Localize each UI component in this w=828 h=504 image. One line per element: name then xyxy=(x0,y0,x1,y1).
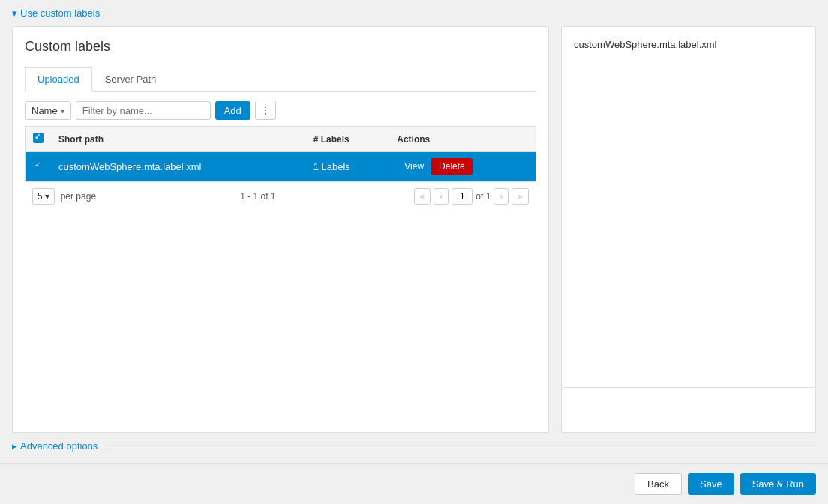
tab-uploaded[interactable]: Uploaded xyxy=(25,67,92,92)
name-dropdown-chevron-icon: ▾ xyxy=(61,106,64,115)
tabs-container: Uploaded Server Path xyxy=(25,67,536,92)
col-header-actions: Actions xyxy=(389,127,536,152)
footer: Back Save Save & Run xyxy=(0,464,828,504)
use-custom-labels-section: Use custom labels xyxy=(0,0,828,26)
select-all-checkbox[interactable] xyxy=(33,133,44,143)
save-and-run-button[interactable]: Save & Run xyxy=(740,473,816,495)
pagination-first-button[interactable]: « xyxy=(414,188,431,205)
save-button[interactable]: Save xyxy=(688,473,734,495)
row-actions-cell: View Delete xyxy=(389,152,536,182)
delete-button[interactable]: Delete xyxy=(431,158,472,175)
right-panel-top: customWebSphere.mta.label.xml xyxy=(561,26,816,388)
chevron-down-icon xyxy=(12,8,17,19)
col-header-short-path: Short path xyxy=(51,127,306,152)
tab-server-path[interactable]: Server Path xyxy=(92,67,170,92)
pagination-row: 5 ▾ per page 1 - 1 of 1 « ‹ of 1 › » xyxy=(25,182,536,211)
data-table: Short path # Labels Actions customWebSph… xyxy=(25,126,536,182)
pagination-prev-button[interactable]: ‹ xyxy=(434,188,448,205)
main-content: Custom labels Uploaded Server Path Name … xyxy=(0,26,828,433)
table-row: customWebSphere.mta.label.xml 1 Labels V… xyxy=(26,152,536,182)
advanced-options-label: Advanced options xyxy=(20,440,98,452)
kebab-menu-button[interactable]: ⋮ xyxy=(255,100,276,120)
divider-line xyxy=(106,13,816,14)
row-short-path: customWebSphere.mta.label.xml xyxy=(51,152,306,182)
panel-title: Custom labels xyxy=(25,39,536,55)
per-page-value: 5 xyxy=(38,191,43,202)
left-panel: Custom labels Uploaded Server Path Name … xyxy=(12,26,549,433)
row-action-buttons: View Delete xyxy=(397,158,472,175)
view-button[interactable]: View xyxy=(397,158,431,175)
use-custom-labels-label: Use custom labels xyxy=(20,8,100,19)
row-checkbox-cell xyxy=(26,152,52,182)
filter-input[interactable] xyxy=(76,101,211,120)
pagination-next-button[interactable]: › xyxy=(494,188,508,205)
col-header-num-labels: # Labels xyxy=(306,127,390,152)
name-dropdown[interactable]: Name ▾ xyxy=(25,101,71,120)
back-button[interactable]: Back xyxy=(634,473,682,495)
row-num-labels: 1 Labels xyxy=(306,152,390,182)
pagination-last-button[interactable]: » xyxy=(512,188,529,205)
advanced-options-toggle[interactable]: Advanced options xyxy=(12,440,98,452)
chevron-right-icon xyxy=(12,440,17,452)
page-wrapper: Use custom labels Custom labels Uploaded… xyxy=(0,0,828,504)
table-body: customWebSphere.mta.label.xml 1 Labels V… xyxy=(26,152,536,182)
col-header-checkbox xyxy=(26,127,52,152)
pagination-info: 1 - 1 of 1 xyxy=(105,191,411,202)
advanced-divider-line xyxy=(104,446,816,446)
per-page-select[interactable]: 5 ▾ xyxy=(32,188,55,205)
right-panel-bottom xyxy=(561,388,816,433)
use-custom-labels-toggle[interactable]: Use custom labels xyxy=(12,8,100,19)
per-page-chevron-icon: ▾ xyxy=(45,191,50,202)
advanced-options-section: Advanced options xyxy=(0,433,828,459)
right-panel: customWebSphere.mta.label.xml xyxy=(561,26,816,433)
add-button[interactable]: Add xyxy=(215,101,250,120)
kebab-icon: ⋮ xyxy=(260,104,271,116)
row-checkbox[interactable] xyxy=(33,160,44,171)
toolbar: Name ▾ Add ⋮ xyxy=(25,100,536,120)
pagination-page-input[interactable] xyxy=(452,188,472,205)
right-panel-filename: customWebSphere.mta.label.xml xyxy=(574,39,717,50)
name-dropdown-label: Name xyxy=(32,105,58,116)
per-page-label: per page xyxy=(61,191,96,202)
pagination-of-label: of 1 xyxy=(476,191,490,202)
table-header: Short path # Labels Actions xyxy=(26,127,536,152)
